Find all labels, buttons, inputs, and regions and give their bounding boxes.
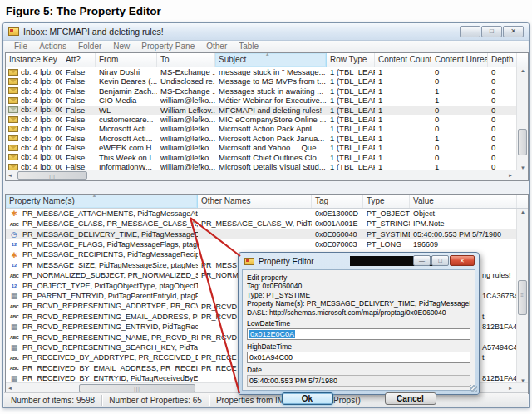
column-header-from[interactable]: From [96, 53, 157, 67]
column-header-content-unread[interactable]: Content Unread [431, 53, 488, 67]
menu-item-actions[interactable]: Actions [33, 42, 72, 51]
message-vertical-scrollbar[interactable]: ▲ ▼ [516, 67, 528, 171]
scroll-up-icon[interactable]: ▲ [517, 68, 529, 73]
close-button[interactable]: ✕ [503, 26, 524, 37]
ok-button[interactable]: Ok [282, 392, 333, 405]
column-header-instance-key[interactable]: Instance Key [6, 53, 62, 67]
cell-names: ABCPR_RECEIVED_BY_EMAIL_ADDRESS, PR_RECE… [6, 363, 198, 373]
cell-to: MS-Exchange ... [157, 67, 215, 76]
message-table-rows: cb: 4 lpb: 00...FalseNirav DoshiMS-Excha… [6, 67, 528, 171]
property-vertical-scrollbar[interactable]: ▲ ≡ ▼ [516, 209, 528, 384]
scroll-right-icon[interactable]: ► [508, 173, 513, 178]
cell-names: ABCPR_RCVD_REPRESENTING_EMAIL_ADDRESS, P… [6, 312, 198, 322]
cell-content_unread: 0 [431, 153, 488, 162]
dialog-info-line-2: Tag: 0x0E060040 [247, 282, 470, 290]
dialog-minimize-button[interactable]: — [413, 255, 431, 266]
menu-item-new[interactable]: New [107, 42, 135, 51]
dialog-maximize-button[interactable]: □ [431, 255, 449, 266]
column-header-depth[interactable]: Depth [488, 53, 517, 67]
scrollbar-thumb[interactable]: ||| [17, 171, 87, 180]
column-header-row-type[interactable]: Row Type [327, 53, 375, 67]
cell-content_unread: 0 [431, 76, 488, 86]
string-icon: ABC [8, 353, 20, 363]
cell-att: False [62, 76, 96, 86]
resize-grip-icon[interactable] [470, 385, 477, 392]
message-row[interactable]: cb: 4 lpb: 00...FalseeWEEK.com H...willi… [6, 143, 528, 152]
scroll-right-icon[interactable]: ► [508, 386, 513, 391]
cell-row_type: 1 (TBL_LEAF_R... [327, 96, 375, 105]
menu-bar: FileActionsFolderNewProperty PaneOtherTa… [4, 41, 528, 52]
menu-item-other[interactable]: Other [200, 42, 233, 51]
cell-att: False [62, 115, 96, 124]
message-row[interactable]: cb: 4 lpb: 00...FalseCIO Mediawilliam@le… [6, 96, 528, 105]
column-header-other-names[interactable]: Other Names [198, 195, 312, 208]
scroll-up-icon[interactable]: ▲ [517, 209, 529, 214]
column-header-to[interactable]: To [157, 53, 215, 67]
message-row[interactable]: cb: 4 lpb: 00...Falsecustomercare...will… [6, 115, 528, 124]
menu-item-table[interactable]: Table [233, 42, 264, 51]
cancel-button[interactable]: Cancel [385, 392, 436, 405]
cell-att: False [62, 153, 96, 162]
scrollbar-thumb[interactable]: ≡ [518, 280, 527, 315]
column-header-type[interactable]: Type [363, 195, 410, 208]
cell-tag: 0x0E13000D [312, 209, 363, 219]
status-segment-1: Number of items: 9598 [4, 395, 102, 406]
message-row[interactable]: cb: 4 lpb: 00...FalseMicrosoft Acti...wi… [6, 134, 528, 143]
scroll-left-icon[interactable]: ◄ [7, 173, 12, 178]
property-row[interactable]: ✱PR_MESSAGE_ATTACHMENTS, PidTagMessageAt… [6, 209, 528, 219]
menu-item-property-pane[interactable]: Property Pane [135, 42, 200, 51]
cell-att: False [62, 86, 96, 96]
value-fragment: t [482, 312, 485, 323]
cell-content_unread: 0 [431, 106, 488, 115]
property-row[interactable]: 12PR_MESSAGE_FLAGS, PidTagMessageFlags, … [6, 239, 528, 249]
cell-subject: message stuck in " Message... [215, 67, 327, 76]
menu-item-folder[interactable]: Folder [72, 42, 107, 51]
cell-other [198, 229, 312, 239]
property-row[interactable]: ABCPR_MESSAGE_CLASS, PR_MESSAGE_CLASS_A,… [6, 219, 528, 229]
mail-closed-icon [8, 78, 18, 85]
binary-icon: ▦ [8, 291, 20, 301]
menu-item-file[interactable]: File [8, 42, 33, 51]
field-input-lowdatetime[interactable]: 0x012E0C0A [247, 328, 470, 340]
cell-from: Nirav Doshi [96, 67, 157, 76]
column-header-content-count[interactable]: Content Count [375, 53, 431, 67]
message-row[interactable]: cb: 4 lpb: 00...FalseNirav DoshiMS-Excha… [6, 67, 528, 76]
cell-tag: 0x0E060040 [312, 229, 363, 239]
column-header-value[interactable]: Value [410, 195, 517, 208]
message-row[interactable]: cb: 4 lpb: 00...FalseKevin Beares (...Un… [6, 76, 528, 86]
message-list-pane: Instance KeyAtt?FromToSubject▲Row TypeCo… [5, 52, 529, 181]
property-row[interactable]: ◷PR_MESSAGE_DELIVERY_TIME, PidTagMessage… [6, 229, 528, 239]
field-input-highdatetime[interactable]: 0x01A94C00 [247, 352, 470, 363]
field-label-highdatetime: HighDateTime [247, 343, 470, 351]
column-header-subject[interactable]: Subject▲ [215, 53, 327, 67]
message-row[interactable]: cb: 4 lpb: 00...FalseThis Week on L...wi… [6, 153, 528, 162]
scrollbar-thumb[interactable] [518, 129, 527, 155]
figure-title: Figure 5: The Property Editor [6, 5, 161, 17]
cell-instance_key: cb: 4 lpb: 00... [6, 134, 62, 143]
string-icon: ABC [8, 271, 20, 281]
column-header-att-[interactable]: Att? [62, 53, 96, 67]
message-table-header: Instance KeyAtt?FromToSubject▲Row TypeCo… [6, 53, 528, 67]
column-header-tag[interactable]: Tag [312, 195, 363, 208]
cell-row_type: 1 (TBL_LEAF_R... [327, 124, 375, 133]
number-icon: 12 [8, 281, 20, 291]
cell-names: ✱PR_MESSAGE_RECIPIENTS, PidTagMessageRec… [6, 250, 198, 260]
maximize-button[interactable]: □ [481, 26, 502, 37]
message-row[interactable]: cb: 4 lpb: 00...FalseBenjamin Zach...MS-… [6, 86, 528, 96]
message-row[interactable]: cb: 4 lpb: 00...FalseWLWilliam Lefkov...… [6, 106, 528, 115]
window-titlebar[interactable]: Inbox: MFCMAPI and deleting rules! — □ ✕ [3, 23, 529, 41]
clock-icon: ◷ [8, 229, 20, 239]
mail-closed-icon [8, 135, 18, 141]
mail-read-icon [8, 106, 18, 113]
message-row[interactable]: cb: 4 lpb: 00...FalseMicrosoft Acti...wi… [6, 124, 528, 133]
message-horizontal-scrollbar[interactable]: ◄ ||| ► [6, 170, 528, 180]
cell-value: Object [410, 209, 517, 219]
scrollbar-thumb[interactable]: ||| [79, 384, 195, 392]
status-segment-2: Number of Properties: 65 [102, 395, 209, 406]
dialog-titlebar[interactable]: Property Editor — □ ✕ [239, 253, 479, 269]
minimize-button[interactable]: — [460, 26, 480, 37]
column-header-property-name-s-[interactable]: Property Name(s)▲ [6, 195, 198, 208]
cell-value: 196609 [410, 239, 517, 249]
dialog-close-button[interactable]: ✕ [450, 255, 475, 266]
scroll-left-icon[interactable]: ◄ [7, 386, 12, 391]
